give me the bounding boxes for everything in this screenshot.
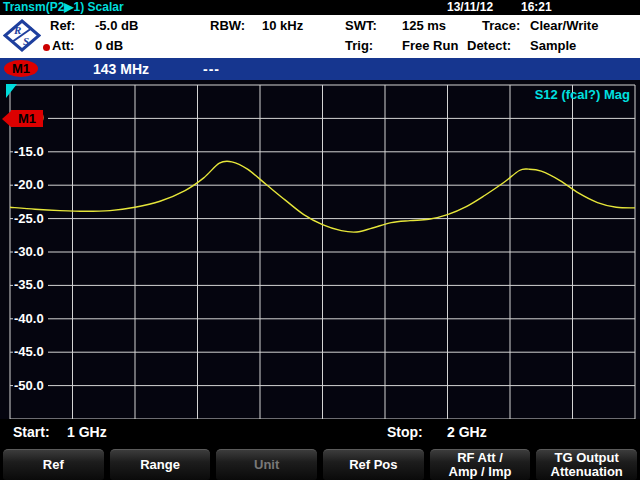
ref-value: -5.0 dB xyxy=(95,18,138,33)
rbw-label: RBW: xyxy=(210,18,245,33)
softkey-range[interactable]: Range xyxy=(110,449,211,480)
swt-value: 125 ms xyxy=(402,18,446,33)
softkey-label: Attenuation xyxy=(551,465,623,479)
att-value: 0 dB xyxy=(95,38,123,53)
marker-bar: M1 143 MHz --- xyxy=(0,58,640,80)
attenuator-status-dot-icon xyxy=(43,44,50,51)
ref-label: Ref: xyxy=(50,18,75,33)
detect-value: Sample xyxy=(530,38,576,53)
y-axis-label: -35.0 xyxy=(13,277,48,293)
marker-arrow-icon xyxy=(2,111,11,127)
y-axis-label: -50.0 xyxy=(13,378,48,394)
trace-plot: S12 (fcal?) Mag -10.0-15.0-20.0-25.0-30.… xyxy=(0,80,640,419)
y-axis-label: -20.0 xyxy=(13,177,48,193)
marker-m1-flag[interactable]: M1 xyxy=(2,110,43,127)
stop-label: Stop: xyxy=(387,423,423,441)
frequency-bar: Start: 1 GHz Stop: 2 GHz xyxy=(0,419,640,447)
measurement-title: Transm(P2▶1) Scalar xyxy=(3,0,124,15)
trace-label: Trace: xyxy=(482,18,520,33)
softkey-label: Ref Pos xyxy=(349,458,397,472)
trig-value: Free Run xyxy=(402,38,458,53)
detect-label: Detect: xyxy=(467,38,511,53)
trace-mode-label: S12 (fcal?) Mag xyxy=(535,87,630,102)
start-label: Start: xyxy=(13,423,50,441)
att-label: Att: xyxy=(52,38,74,53)
trace-value: Clear/Write xyxy=(530,18,598,33)
stop-value: 2 GHz xyxy=(447,423,487,441)
svg-text:R: R xyxy=(13,24,21,36)
date-display: 13/11/12 xyxy=(447,0,493,15)
softkey-ref-pos[interactable]: Ref Pos xyxy=(323,449,424,480)
softkey-bar: RefRangeUnitRef PosRF Att /Amp / ImpTG O… xyxy=(0,447,640,480)
y-axis-label: -45.0 xyxy=(13,344,48,360)
swt-label: SWT: xyxy=(345,18,377,33)
softkey-label: Amp / Imp xyxy=(449,465,512,479)
marker-frequency: 143 MHz xyxy=(93,60,149,78)
softkey-ref[interactable]: Ref xyxy=(3,449,104,480)
marker-flag-label: M1 xyxy=(11,110,43,127)
analyzer-screen: Transm(P2▶1) Scalar 13/11/12 16:21 R S R… xyxy=(0,0,640,480)
softkey-label: RF Att / xyxy=(457,451,503,465)
y-axis-label: -15.0 xyxy=(13,144,48,160)
settings-header: R S Ref: -5.0 dB Att: 0 dB RBW: 10 kHz S… xyxy=(0,15,640,58)
marker-badge[interactable]: M1 xyxy=(4,60,38,77)
softkey-label: Range xyxy=(140,458,180,472)
svg-text:S: S xyxy=(23,35,29,47)
grid-and-trace-canvas xyxy=(0,80,640,419)
y-axis-label: -25.0 xyxy=(13,211,48,227)
sweep-start-corner-icon xyxy=(6,84,17,98)
trig-label: Trig: xyxy=(345,38,373,53)
rohde-schwarz-logo-icon: R S xyxy=(3,19,41,56)
start-value: 1 GHz xyxy=(67,423,107,441)
rbw-value: 10 kHz xyxy=(262,18,303,33)
softkey-tg-output-attenuation[interactable]: TG OutputAttenuation xyxy=(536,449,637,480)
softkey-unit: Unit xyxy=(216,449,317,480)
softkey-label: Unit xyxy=(254,458,279,472)
y-axis-label: -40.0 xyxy=(13,311,48,327)
softkey-label: TG Output xyxy=(555,451,619,465)
softkey-label: Ref xyxy=(43,458,64,472)
time-display: 16:21 xyxy=(521,0,552,15)
title-bar: Transm(P2▶1) Scalar 13/11/12 16:21 xyxy=(0,0,640,15)
marker-value: --- xyxy=(203,60,220,78)
softkey-rf-att-amp-imp[interactable]: RF Att /Amp / Imp xyxy=(430,449,531,480)
y-axis-label: -30.0 xyxy=(13,244,48,260)
